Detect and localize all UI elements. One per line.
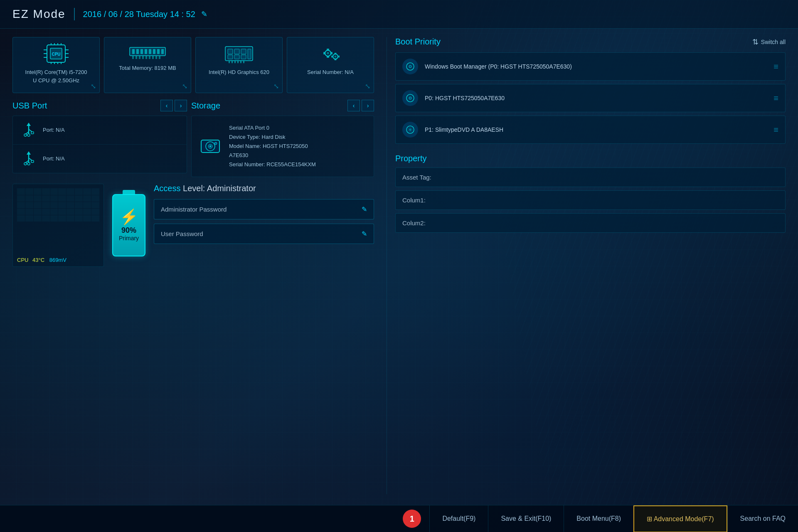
storage-device-icon (200, 136, 221, 157)
right-panel: Boot Priority ⇅ Switch all Windows Boot … (387, 37, 786, 494)
svg-point-81 (409, 65, 411, 68)
storage-port: Serial ATA Port 0 (229, 123, 316, 133)
default-button[interactable]: Default(F9) (429, 505, 488, 532)
bottom-left: CPU 43°C 869mV ⚡ 90% Primary (12, 184, 374, 267)
svg-rect-33 (155, 56, 157, 59)
footer: 1 Default(F9) Save & Exit(F10) Boot Menu… (0, 505, 798, 532)
disk-icon-1 (406, 62, 415, 71)
property-colum2[interactable]: Colum2: (395, 213, 786, 233)
usb-next-button[interactable]: › (175, 100, 187, 111)
access-title-highlight: Access (154, 184, 180, 193)
access-title: Access Level: Administrator (154, 184, 374, 193)
cpu-card[interactable]: CPU (12, 37, 100, 93)
edit-datetime-icon[interactable]: ✎ (201, 10, 207, 19)
ram-card[interactable]: Total Memory: 8192 MB ⤡ (104, 37, 191, 93)
boot-item-1-menu-icon[interactable]: ≡ (773, 62, 778, 71)
svg-rect-58 (335, 59, 337, 60)
battery-lightning-icon: ⚡ (120, 209, 138, 224)
access-title-rest: Level: Administrator (183, 184, 256, 193)
boot-priority-title: Boot Priority (395, 37, 441, 47)
svg-text:CPU: CPU (52, 52, 60, 57)
boot-menu-button[interactable]: Boot Menu(F8) (564, 505, 633, 532)
user-password-edit-icon[interactable]: ✎ (362, 230, 367, 238)
ram-icon (129, 43, 166, 60)
svg-rect-27 (135, 56, 137, 59)
cpu-card-text: Intel(R) Core(TM) i5-7200U CPU @ 2.50GHz (20, 68, 93, 84)
cpu-label: CPU (17, 257, 28, 263)
header-datetime: 2016 / 06 / 28 Tuesday 14 : 52 (83, 10, 195, 19)
svg-rect-51 (327, 49, 329, 50)
storage-type: Device Type: Hard Disk (229, 133, 316, 142)
usb-icon-1 (21, 123, 36, 138)
svg-rect-38 (241, 49, 246, 54)
property-section: Property Asset Tag: Colum1: Colum2: (395, 154, 786, 236)
usb-nav-arrows: ‹ › (160, 100, 187, 111)
usb-panel: Port: N/A (12, 116, 187, 173)
svg-rect-60 (338, 56, 340, 58)
info-cards-row: CPU (12, 37, 374, 93)
dvd-icon (406, 125, 415, 134)
search-faq-button[interactable]: Search on FAQ (727, 505, 798, 532)
footer-badge: 1 (403, 510, 421, 528)
main-layout: CPU (0, 29, 798, 502)
property-asset-tag[interactable]: Asset Tag: (395, 167, 786, 187)
gpu-card-icon-wrap (202, 43, 276, 64)
svg-rect-26 (132, 56, 134, 59)
storage-next-button[interactable]: › (362, 100, 374, 111)
expand-icon: ⤡ (273, 82, 279, 90)
svg-rect-36 (228, 49, 233, 54)
expand-icon: ⤡ (365, 82, 370, 90)
svg-rect-17 (130, 47, 165, 56)
svg-rect-44 (232, 61, 233, 63)
usb-prev-button[interactable]: ‹ (160, 100, 173, 111)
battery-label: Primary (119, 235, 139, 241)
boot-item-3-menu-icon[interactable]: ≡ (773, 125, 778, 135)
svg-rect-18 (132, 49, 135, 54)
usb-section-title: USB Port (12, 101, 47, 111)
hdd-icon (200, 136, 221, 157)
svg-rect-23 (153, 49, 155, 54)
header: EZ Mode 2016 / 06 / 28 Tuesday 14 : 52 ✎ (0, 0, 798, 29)
save-exit-button[interactable]: Save & Exit(F10) (488, 505, 564, 532)
svg-point-78 (209, 145, 211, 147)
left-panel: CPU (12, 37, 387, 494)
boot-item-2[interactable]: P0: HGST HTS725050A7E630 ≡ (395, 84, 786, 112)
usb-item-2: Port: N/A (13, 145, 187, 173)
gpu-icon (224, 43, 254, 64)
switch-all-button[interactable]: ⇅ Switch all (752, 37, 786, 47)
app-title: EZ Mode (12, 7, 66, 21)
cpu-temp: 43°C (32, 257, 44, 263)
svg-rect-42 (248, 49, 251, 59)
admin-password-field[interactable]: Administrator Password ✎ (154, 199, 374, 219)
storage-model2: A7E630 (229, 151, 316, 160)
storage-nav-arrows: ‹ › (347, 100, 374, 111)
user-password-field[interactable]: User Password ✎ (154, 224, 374, 244)
svg-rect-59 (331, 56, 332, 58)
boot-item-3[interactable]: P1: SlimtypeDVD A DA8AESH ≡ (395, 116, 786, 144)
settings-icon (318, 43, 343, 64)
battery-body: ⚡ 90% Primary (112, 194, 145, 256)
boot-item-1-icon (402, 59, 418, 74)
gpu-card[interactable]: Intel(R) HD Graphics 620 ⤡ (195, 37, 283, 93)
serial-card[interactable]: Serial Number: N/A ⤡ (287, 37, 374, 93)
svg-point-85 (409, 129, 411, 131)
svg-point-83 (409, 97, 411, 99)
storage-prev-button[interactable]: ‹ (347, 100, 360, 111)
storage-device-info: Serial ATA Port 0 Device Type: Hard Disk… (229, 123, 316, 169)
storage-section-header: Storage ‹ › (191, 100, 374, 111)
boot-item-2-menu-icon[interactable]: ≡ (773, 94, 778, 103)
switch-all-arrows-icon: ⇅ (752, 37, 759, 47)
cpu-stats: CPU 43°C 869mV (17, 257, 66, 263)
admin-password-edit-icon[interactable]: ✎ (362, 205, 367, 213)
advanced-mode-button[interactable]: ⊞ Advanced Mode(F7) (633, 505, 727, 532)
boot-item-1[interactable]: Windows Boot Manager (P0: HGST HTS725050… (395, 52, 786, 81)
boot-item-3-icon (402, 122, 418, 138)
cpu-graph-grid (17, 188, 99, 255)
storage-section: Storage ‹ › (191, 100, 374, 177)
property-colum1[interactable]: Colum1: (395, 190, 786, 210)
battery-access-group: ⚡ 90% Primary Access Level: Administrato… (112, 184, 374, 267)
svg-point-50 (327, 52, 329, 54)
svg-rect-41 (241, 55, 246, 59)
cpu-monitor: CPU 43°C 869mV (12, 184, 104, 267)
svg-marker-62 (27, 123, 31, 126)
